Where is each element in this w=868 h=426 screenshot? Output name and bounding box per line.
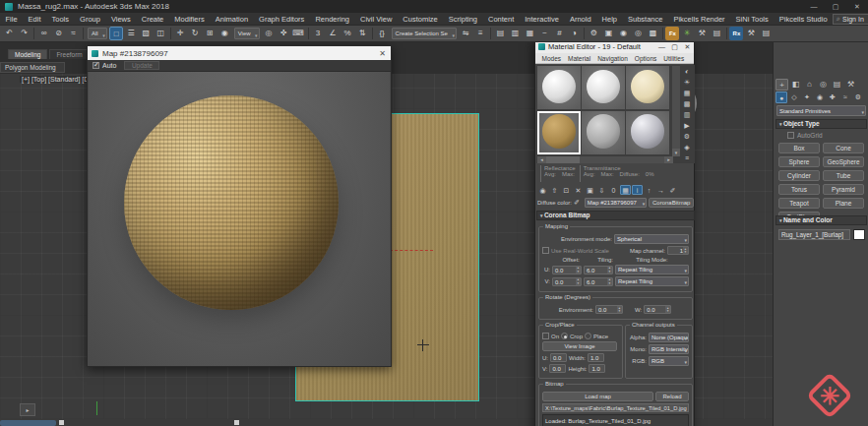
render-setup-icon[interactable]: ⚙ <box>587 27 600 40</box>
close-button[interactable]: ✕ <box>846 0 868 13</box>
menu-modifiers[interactable]: Modifiers <box>169 13 210 26</box>
material-editor-icon[interactable]: ◑ <box>567 27 581 40</box>
crop-u-field[interactable]: 0.0 <box>550 353 567 362</box>
create-plane-button[interactable]: Plane <box>823 198 864 209</box>
pick-material-from-object-icon[interactable]: ✐ <box>667 185 678 195</box>
reload-button[interactable]: Reload <box>655 392 689 401</box>
create-box-button[interactable]: Box <box>778 143 820 153</box>
menu-customize[interactable]: Customize <box>398 13 443 26</box>
view-image-button[interactable]: View Image <box>542 341 617 351</box>
rotate-w-field[interactable]: 0.0 <box>644 305 671 314</box>
rotate-environment-field[interactable]: 0.0 <box>595 305 623 314</box>
mono-dropdown[interactable]: RGB Intensity <box>649 344 689 354</box>
v-tiling-mode-dropdown[interactable]: Repeat Tiling <box>615 276 689 286</box>
sample-uv-tiling-icon[interactable]: ▩ <box>682 99 693 109</box>
sample-slot-5[interactable] <box>582 111 625 154</box>
spinner-icon[interactable] <box>607 267 612 274</box>
ribbon-tab-modeling[interactable]: Modeling <box>8 49 47 59</box>
tab-create[interactable]: + <box>775 79 788 91</box>
menu-help[interactable]: Help <box>596 13 622 26</box>
select-and-rotate-icon[interactable]: ↻ <box>188 27 202 40</box>
menu-civil-view[interactable]: Civil View <box>354 13 397 26</box>
ribbon-tab-freeform[interactable]: Freeform <box>49 49 89 59</box>
select-by-name-icon[interactable]: ☰ <box>124 27 138 40</box>
auto-update-checkbox[interactable] <box>93 62 99 69</box>
crop-v-field[interactable]: 0.0 <box>549 364 566 373</box>
menu-substance[interactable]: Substance <box>623 13 668 26</box>
video-color-check-icon[interactable]: ▥ <box>682 110 693 120</box>
unlink-selection-icon[interactable]: ⊘ <box>52 27 66 40</box>
me-menu-material[interactable]: Material <box>565 55 594 62</box>
object-type-rollout-header[interactable]: Object Type <box>775 119 867 129</box>
material-id-channel-icon[interactable]: 0 <box>608 185 619 195</box>
plugin-monitor2-icon[interactable]: ▤ <box>759 27 773 40</box>
scroll-right-icon[interactable]: ▸ <box>664 156 673 163</box>
align-icon[interactable]: ≡ <box>473 27 487 40</box>
go-to-parent-icon[interactable]: ↑ <box>644 185 654 195</box>
get-material-icon[interactable]: ◉ <box>537 185 548 195</box>
alpha-dropdown[interactable]: None (Opaque) <box>649 333 689 342</box>
time-slider-handle[interactable] <box>0 420 56 426</box>
panel-expand-button[interactable]: ▸ <box>20 403 35 416</box>
select-by-material-icon[interactable]: ◈ <box>682 143 693 152</box>
spinner-icon[interactable] <box>576 267 581 274</box>
put-to-library-icon[interactable]: ⇩ <box>596 185 607 195</box>
subtab-cameras[interactable]: ◉ <box>814 91 826 103</box>
assign-material-to-selection-icon[interactable]: ⊡ <box>561 185 572 195</box>
selection-filter-dropdown[interactable]: All <box>88 28 107 39</box>
v-offset-field[interactable]: 0.0 <box>552 277 582 286</box>
mirror-icon[interactable]: ⇋ <box>459 27 472 40</box>
slots-vertical-scrollbar[interactable]: ▾ <box>672 66 680 156</box>
scene-explorer-icon[interactable]: ▤ <box>493 27 507 40</box>
menu-tools[interactable]: Tools <box>46 13 75 26</box>
sample-slot-3[interactable] <box>626 66 669 109</box>
create-teapot-button[interactable]: Teapot <box>778 198 820 209</box>
subtab-systems[interactable]: ⚙ <box>852 91 864 103</box>
primitives-category-dropdown[interactable]: Standard Primitives <box>776 105 866 116</box>
menu-create[interactable]: Create <box>136 13 169 26</box>
background-icon[interactable]: ▦ <box>682 89 693 98</box>
minimize-button[interactable]: — <box>803 0 825 13</box>
show-end-result-icon[interactable]: i <box>632 185 643 195</box>
crop-radio[interactable] <box>561 333 568 339</box>
menu-pikcells-studio[interactable]: Pikcells Studio <box>774 13 833 26</box>
u-tiling-field[interactable]: 6.0 <box>584 266 613 274</box>
sign-in-button[interactable]: ⌕ Sign In ▾ <box>833 14 868 25</box>
angle-snap-icon[interactable]: ∠ <box>326 27 340 40</box>
tab-utilities[interactable]: ⚒ <box>844 79 857 91</box>
rendered-frame-window-icon[interactable]: ▣ <box>601 27 615 40</box>
create-pyramid-button[interactable]: Pyramid <box>823 184 864 195</box>
slots-horizontal-scrollbar[interactable]: ◂ ▸ <box>537 156 673 163</box>
menu-content[interactable]: Content <box>482 13 519 26</box>
track-key-marker[interactable] <box>234 420 239 425</box>
select-and-manipulate-icon[interactable]: ✜ <box>277 27 290 40</box>
track-key-marker[interactable] <box>59 420 64 425</box>
object-color-swatch[interactable] <box>853 229 865 240</box>
menu-pikcells-render[interactable]: Pikcells Render <box>668 13 730 26</box>
redo-icon[interactable]: ↷ <box>18 27 31 40</box>
tab-motion[interactable]: ◎ <box>817 79 830 91</box>
options-icon[interactable]: ⚙ <box>682 132 693 142</box>
me-menu-navigation[interactable]: Navigation <box>594 55 632 62</box>
spinner-icon[interactable] <box>665 306 670 313</box>
keyboard-shortcut-override-icon[interactable]: ⌨ <box>291 27 305 40</box>
crop-on-checkbox[interactable] <box>542 333 549 339</box>
crop-height-field[interactable]: 1.0 <box>589 364 605 373</box>
layer-explorer-icon[interactable]: ▥ <box>508 27 522 40</box>
sample-slot-4[interactable] <box>537 111 581 154</box>
plugin-tools2-icon[interactable]: ⚒ <box>744 27 758 40</box>
tab-hierarchy[interactable]: ⌂ <box>803 79 816 91</box>
render-production-icon[interactable]: ◉ <box>616 27 630 40</box>
tab-display[interactable]: ▤ <box>831 79 843 91</box>
rgb-dropdown[interactable]: RGB <box>649 356 689 366</box>
snaps-toggle-icon[interactable]: 3 <box>311 27 325 40</box>
named-selection-dropdown[interactable]: Create Selection Se <box>392 28 457 39</box>
ribbon-panel-polygon-modeling[interactable]: Polygon Modeling <box>0 62 65 73</box>
plugin-monitor-icon[interactable]: ▤ <box>710 27 723 40</box>
scroll-track[interactable] <box>546 156 664 163</box>
make-preview-icon[interactable]: ▶ <box>682 121 693 131</box>
me-menu-modes[interactable]: Modes <box>538 55 565 62</box>
select-and-place-icon[interactable]: ◉ <box>217 27 231 40</box>
menu-views[interactable]: Views <box>105 13 136 26</box>
named-selection-sets-icon[interactable]: {} <box>375 27 389 40</box>
